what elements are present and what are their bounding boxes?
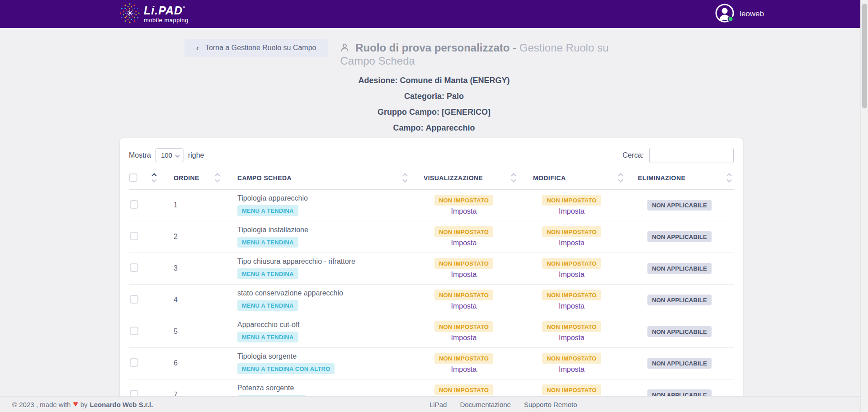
- sort-desc-icon: [618, 177, 623, 182]
- sort-control-checkbox[interactable]: [152, 174, 159, 182]
- sort-control-eliminazione[interactable]: [727, 174, 734, 182]
- copyright: © 2023 , made with ♥ by Leonardo Web S.r…: [12, 399, 153, 409]
- heart-icon: ♥: [73, 399, 78, 409]
- modifica-imposta-link[interactable]: Imposta: [559, 207, 585, 215]
- visualizzazione-badge: NON IMPOSTATO: [434, 290, 493, 300]
- row-checkbox[interactable]: [130, 327, 138, 335]
- eliminazione-badge: NON APPLICABILE: [647, 200, 712, 211]
- field-name: Tipologia apparecchio: [237, 194, 410, 202]
- info-campo: Campo: Apparecchio: [0, 122, 868, 133]
- table-row: 4 stato conservazione apparecchio MENU A…: [129, 284, 734, 316]
- sort-desc-icon: [726, 177, 731, 182]
- field-type-badge: MENU A TENDINA: [237, 205, 298, 216]
- visualizzazione-badge: NON IMPOSTATO: [434, 384, 493, 395]
- search-label: Cerca:: [623, 151, 644, 159]
- eliminazione-badge: NON APPLICABILE: [647, 263, 712, 274]
- column-header-ordine[interactable]: ORDINE: [159, 174, 199, 182]
- modifica-imposta-link[interactable]: Imposta: [559, 334, 585, 342]
- field-name: Tipologia installazione: [237, 226, 410, 234]
- modifica-badge: NON IMPOSTATO: [542, 321, 601, 332]
- footer-link-lipad[interactable]: LiPad: [429, 401, 447, 408]
- modifica-badge: NON IMPOSTATO: [542, 290, 601, 300]
- select-all-checkbox[interactable]: [129, 173, 137, 182]
- table-row: 6 Tipologia sorgente MENU A TENDINA CON …: [129, 347, 734, 379]
- table-row: 5 Apparecchio cut-off MENU A TENDINA NON…: [129, 316, 734, 347]
- row-checkbox[interactable]: [130, 200, 138, 209]
- table-body: 1 Tipologia apparecchio MENU A TENDINA N…: [129, 189, 734, 411]
- modifica-imposta-link[interactable]: Imposta: [559, 271, 585, 279]
- footer-link-documentazione[interactable]: Documentazione: [460, 401, 511, 408]
- search-input[interactable]: [649, 148, 734, 163]
- table-card: Mostra 100 righe Cerca:: [120, 138, 743, 412]
- row-order: 1: [174, 201, 178, 209]
- modifica-imposta-link[interactable]: Imposta: [559, 302, 585, 310]
- column-header-eliminazione[interactable]: ELIMINAZIONE: [625, 174, 685, 182]
- rows-suffix-label: righe: [188, 151, 204, 159]
- table-row: 3 Tipo chiusura apparecchio - rifrattore…: [129, 253, 734, 284]
- visualizzazione-badge: NON IMPOSTATO: [434, 353, 493, 364]
- row-order: 3: [174, 264, 178, 272]
- field-type-badge: MENU A TENDINA: [237, 268, 298, 279]
- modifica-badge: NON IMPOSTATO: [542, 353, 601, 364]
- visualizzazione-imposta-link[interactable]: Imposta: [451, 365, 477, 374]
- sort-desc-icon: [215, 177, 220, 182]
- eliminazione-badge: NON APPLICABILE: [647, 231, 712, 242]
- table-row: 1 Tipologia apparecchio MENU A TENDINA N…: [129, 189, 734, 221]
- row-checkbox[interactable]: [130, 295, 138, 304]
- column-header-modifica[interactable]: MODIFICA: [518, 174, 566, 182]
- page-title-strong: Ruolo di prova personalizzato -: [355, 42, 516, 54]
- modifica-badge: NON IMPOSTATO: [542, 258, 601, 269]
- person-icon: [340, 42, 353, 55]
- eliminazione-badge: NON APPLICABILE: [647, 358, 712, 369]
- row-checkbox[interactable]: [130, 232, 138, 240]
- visualizzazione-imposta-link[interactable]: Imposta: [451, 239, 477, 247]
- eliminazione-badge: NON APPLICABILE: [647, 295, 712, 305]
- modifica-badge: NON IMPOSTATO: [542, 384, 601, 395]
- sort-control-visualizzazione[interactable]: [512, 174, 518, 182]
- row-order: 2: [174, 233, 178, 240]
- row-order: 5: [174, 328, 178, 335]
- avatar: [715, 3, 735, 25]
- visualizzazione-badge: NON IMPOSTATO: [434, 321, 493, 332]
- sort-control-modifica[interactable]: [619, 174, 625, 182]
- topbar: Li.PAD° mobile mapping leoweb: [0, 0, 868, 28]
- footer-link-supporto-remoto[interactable]: Supporto Remoto: [524, 401, 577, 408]
- field-name: Tipo chiusura apparecchio - rifrattore: [237, 258, 410, 266]
- column-header-campo-scheda[interactable]: CAMPO SCHEDA: [222, 174, 292, 182]
- visualizzazione-imposta-link[interactable]: Imposta: [451, 207, 477, 215]
- sort-desc-icon: [151, 177, 156, 182]
- sort-desc-icon: [402, 177, 407, 182]
- visualizzazione-imposta-link[interactable]: Imposta: [451, 302, 477, 310]
- page-size-value: 100: [161, 151, 172, 159]
- field-type-badge: MENU A TENDINA: [237, 300, 298, 311]
- visualizzazione-imposta-link[interactable]: Imposta: [451, 334, 477, 342]
- sort-control-campo-scheda[interactable]: [403, 174, 410, 182]
- page-size-select[interactable]: 100: [155, 148, 184, 162]
- footer: © 2023 , made with ♥ by Leonardo Web S.r…: [0, 396, 868, 412]
- back-chevron-icon: ‹: [196, 43, 199, 53]
- chevron-down-icon: [175, 151, 180, 159]
- vertical-scrollbar[interactable]: [860, 0, 868, 412]
- field-name: Tipologia sorgente: [237, 352, 410, 360]
- lipad-logo[interactable]: Li.PAD° mobile mapping: [119, 3, 189, 25]
- row-checkbox[interactable]: [130, 263, 138, 272]
- visualizzazione-badge: NON IMPOSTATO: [434, 226, 493, 237]
- logo-title: Li.PAD°: [144, 5, 189, 16]
- row-checkbox[interactable]: [130, 358, 138, 367]
- row-order: 6: [174, 359, 178, 367]
- user-menu[interactable]: leoweb: [715, 3, 764, 25]
- field-type-badge: MENU A TENDINA: [237, 237, 298, 248]
- visualizzazione-badge: NON IMPOSTATO: [434, 195, 493, 206]
- page-size-label: Mostra: [129, 151, 151, 159]
- visualizzazione-imposta-link[interactable]: Imposta: [451, 271, 477, 279]
- field-name: Potenza sorgente: [237, 384, 410, 392]
- sort-control-ordine[interactable]: [216, 174, 222, 182]
- modifica-imposta-link[interactable]: Imposta: [559, 365, 585, 374]
- scrollbar-thumb[interactable]: [862, 4, 867, 108]
- field-name: stato conservazione apparecchio: [237, 289, 410, 297]
- column-header-visualizzazione[interactable]: VISUALIZZAZIONE: [410, 174, 483, 182]
- visualizzazione-badge: NON IMPOSTATO: [434, 258, 493, 269]
- modifica-imposta-link[interactable]: Imposta: [559, 239, 585, 247]
- logo-subtitle: mobile mapping: [144, 17, 189, 23]
- back-button[interactable]: ‹ Torna a Gestione Ruolo su Campo: [184, 39, 328, 57]
